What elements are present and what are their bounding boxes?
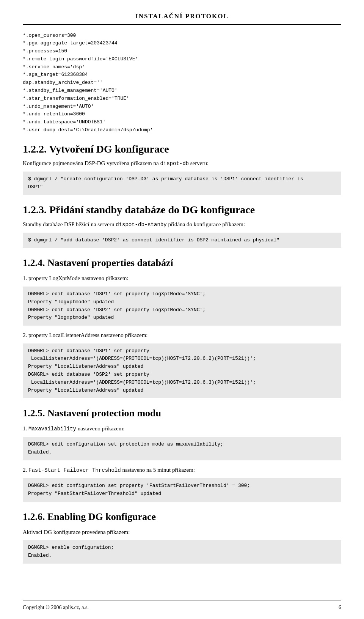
config-line-9: *.star_transformation_enabled='TRUE': [23, 95, 341, 103]
section-122-intro: Konfigurace pojmenována DSP-DG vytvořena…: [23, 159, 341, 168]
section-124-item1-label: 1. property LogXptMode nastaveno příkaze…: [23, 274, 341, 283]
section-122-code: $ dgmgrl / "create configuration 'DSP-DG…: [23, 172, 341, 195]
section-126-intro: Aktivaci DG konfigurace provedena příkaz…: [23, 528, 341, 537]
section-123-code: $ dgmgrl / "add database 'DSP2' as conne…: [23, 233, 341, 248]
config-line-3: *.processes=150: [23, 47, 341, 55]
page-footer: Copyright © 2006 aplis.cz, a.s. 6: [23, 600, 341, 611]
section-126-code: DGMGRL> enable configuration; Enabled.: [23, 540, 341, 564]
section-122: 1.2.2. Vytvoření DG konfigurace Konfigur…: [23, 143, 341, 195]
page-header: INSTALAČNÍ PROTOKOL: [23, 11, 341, 25]
config-line-11: *.undo_retention=3600: [23, 110, 341, 118]
config-line-1: *.open_cursors=300: [23, 32, 341, 40]
section-126: 1.2.6. Enabling DG konfigurace Aktivaci …: [23, 509, 341, 564]
section-122-heading: 1.2.2. Vytvoření DG konfigurace: [23, 143, 341, 156]
section-123-intro: Standby databáze DSP běžící na serveru d…: [23, 220, 341, 229]
section-123-heading: 1.2.3. Přidání standby databáze do DG ko…: [23, 203, 341, 216]
config-line-2: *.pga_aggregate_target=203423744: [23, 39, 341, 47]
section-125-item2-code: Fast-Start Failover Threshold: [28, 467, 121, 473]
section-125-code2: DGMGRL> edit configuration set property …: [23, 478, 341, 502]
section-124-item1: 1. property LogXptMode nastaveno příkaze…: [23, 274, 341, 326]
config-line-10: *.undo_management='AUTO': [23, 103, 341, 111]
section-124-item2: 2. property LocalListenerAddress nastave…: [23, 331, 341, 398]
section-124-item2-label: 2. property LocalListenerAddress nastave…: [23, 331, 341, 340]
footer-copyright: Copyright © 2006 aplis.cz, a.s.: [23, 603, 89, 611]
section-126-heading: 1.2.6. Enabling DG konfigurace: [23, 509, 341, 524]
section-125-item2-text: 2. Fast-Start Failover Threshold nastave…: [23, 466, 341, 474]
section-123: 1.2.3. Přidání standby databáze do DG ko…: [23, 203, 341, 248]
section-125-item1: 1. Maxavailability nastaveno příkazem: D…: [23, 424, 341, 460]
config-line-12: *.undo_tablespace='UNDOTBS1': [23, 118, 341, 126]
section-124-code1: DGMGRL> edit database 'DSP1' set propert…: [23, 287, 341, 326]
config-line-4: *.remote_login_passwordfile='EXCLUSIVE': [23, 55, 341, 63]
section-123-code-inline: dispot-db-stanby: [116, 222, 166, 228]
config-line-5: *.service_names='dsp': [23, 63, 341, 71]
config-line-13: *.user_dump_dest='C:\Oracle/admin/dsp/ud…: [23, 126, 341, 134]
section-125-item2: 2. Fast-Start Failover Threshold nastave…: [23, 466, 341, 502]
section-124-heading: 1.2.4. Nastavení properties databází: [23, 255, 341, 270]
section-122-code-inline: dispot-db: [160, 161, 189, 167]
section-124: 1.2.4. Nastavení properties databází 1. …: [23, 255, 341, 398]
section-124-code2: DGMGRL> edit database 'DSP1' set propert…: [23, 343, 341, 398]
page: INSTALAČNÍ PROTOKOL *.open_cursors=300 *…: [0, 0, 364, 619]
config-block: *.open_cursors=300 *.pga_aggregate_targe…: [23, 32, 341, 134]
section-125-code1: DGMGRL> edit configuration set protectio…: [23, 437, 341, 460]
config-line-6: *.sga_target=612368384: [23, 71, 341, 79]
section-125-heading: 1.2.5. Nastavení protection modu: [23, 406, 341, 421]
config-line-7: dsp.standby_archive_dest='': [23, 79, 341, 87]
page-title: INSTALAČNÍ PROTOKOL: [23, 11, 341, 21]
section-125-item1-code: Maxavailability: [28, 426, 76, 432]
config-line-8: *.standby_file_management='AUTO': [23, 87, 341, 95]
section-125-item1-text: 1. Maxavailability nastaveno příkazem:: [23, 424, 341, 433]
footer-page-number: 6: [339, 603, 341, 611]
section-125: 1.2.5. Nastavení protection modu 1. Maxa…: [23, 406, 341, 501]
